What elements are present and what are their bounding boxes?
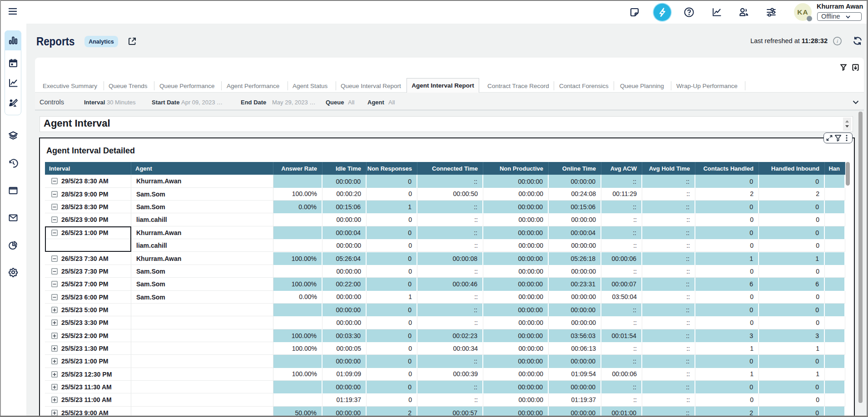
svg-text:i: i: [837, 39, 838, 44]
